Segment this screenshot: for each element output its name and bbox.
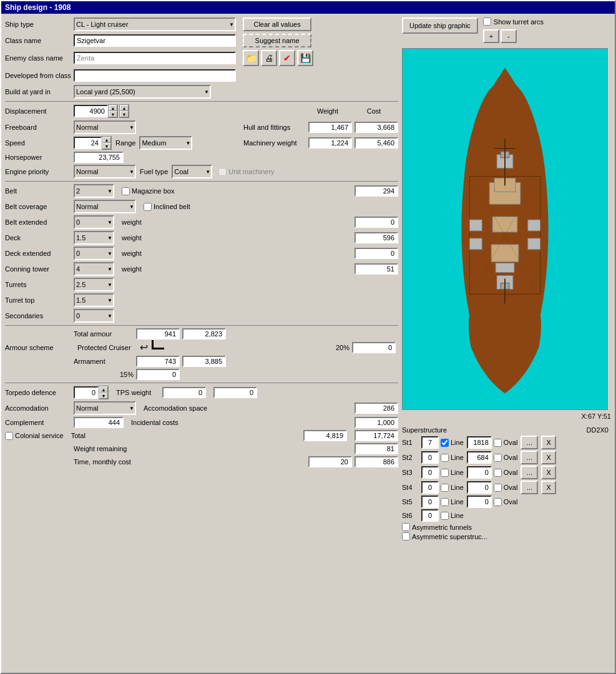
asymmetric-superstructure-checkbox[interactable] — [402, 532, 410, 540]
st4-oval-checkbox[interactable] — [494, 484, 502, 492]
st3-oval-checkbox[interactable] — [494, 469, 502, 477]
deck-label: Deck — [5, 234, 74, 242]
machinery-weight-display: 1,224 — [308, 137, 352, 149]
machinery-weight-label: Machinery weight — [243, 139, 306, 147]
ship-type-select[interactable]: CL - Light cruiser — [74, 17, 236, 31]
svg-rect-12 — [469, 220, 482, 231]
update-ship-button[interactable]: Update ship graphic — [402, 17, 478, 34]
st6-checkbox[interactable] — [441, 512, 449, 520]
svg-rect-13 — [528, 220, 540, 231]
fuel-type-select[interactable]: Coal — [172, 165, 212, 178]
displacement-spinner2[interactable]: ▲ ▼ — [119, 104, 129, 118]
st1-dots-button[interactable]: ... — [521, 436, 538, 449]
turrets-select[interactable]: 2.5 — [74, 278, 114, 291]
inclined-belt-label: Inclined belt — [154, 203, 190, 210]
freeboard-select[interactable]: Normal — [74, 120, 136, 134]
suggest-name-button[interactable]: Suggest name — [243, 34, 311, 47]
st4-checkbox[interactable] — [441, 484, 449, 492]
fuel-type-label: Fuel type — [140, 168, 168, 175]
st5-checkbox[interactable] — [441, 498, 449, 506]
build-yard-select[interactable]: Local yard (25,500) — [74, 85, 211, 99]
displacement-up[interactable]: ▲ — [109, 105, 117, 111]
armament-cost: 3,885 — [182, 356, 226, 367]
secondaries-select[interactable]: 0 — [74, 309, 114, 323]
superstructure-section: Superstructure DD2X0 St1 Line Oval ... X — [402, 426, 611, 542]
st1-input[interactable] — [421, 436, 439, 449]
class-name-row: Class name Suggest name — [5, 34, 398, 47]
incidental-costs-display: 1,000 — [354, 417, 398, 428]
st2-num2[interactable] — [467, 451, 492, 464]
engine-priority-select[interactable]: Normal — [74, 165, 136, 178]
st3-num2[interactable] — [467, 466, 492, 479]
deck-select[interactable]: 1.5 — [74, 231, 114, 245]
st5-num2[interactable] — [467, 496, 492, 508]
speed-spinner[interactable]: ▲ ▼ — [102, 136, 112, 150]
accomodation-space-label: Accomodation space — [144, 404, 212, 412]
turret-top-select[interactable]: 1.5 — [74, 293, 114, 307]
check-icon-button[interactable]: ✔ — [279, 50, 295, 66]
accomodation-select[interactable]: Normal — [74, 401, 136, 415]
clear-all-button[interactable]: Clear all values — [243, 17, 311, 31]
machinery-cost-display: 5,460 — [354, 137, 398, 149]
complement-label: Complement — [5, 419, 74, 426]
st4-num2[interactable] — [467, 481, 492, 494]
tps-weight-display: 0 — [162, 387, 206, 398]
st1-oval-checkbox[interactable] — [494, 439, 502, 447]
enemy-class-input[interactable] — [74, 52, 236, 64]
dev-from-input[interactable] — [74, 69, 236, 82]
displacement-down[interactable]: ▼ — [109, 111, 117, 117]
horsepower-display: 23,755 — [74, 152, 124, 163]
class-name-input[interactable] — [74, 34, 236, 47]
speed-input[interactable] — [74, 137, 102, 149]
time-monthly-label: Time, monthly cost — [74, 458, 142, 466]
total-armour-weight: 941 — [136, 328, 180, 339]
displacement-spinner[interactable]: ▲ ▼ — [108, 104, 118, 118]
displacement-up2[interactable]: ▲ — [120, 105, 129, 111]
range-select[interactable]: Medium — [139, 136, 192, 150]
st3-dots-button[interactable]: ... — [521, 466, 538, 479]
st4-input[interactable] — [421, 481, 439, 494]
plus-button[interactable]: + — [483, 29, 499, 43]
st5-input[interactable] — [421, 496, 439, 508]
torpedo-defence-input[interactable] — [74, 386, 99, 399]
st4-x-button[interactable]: X — [541, 481, 555, 494]
deck-extended-select[interactable]: 0 — [74, 247, 114, 260]
unit-machinery-label: Unit machinery — [228, 168, 274, 175]
st3-x-button[interactable]: X — [541, 466, 555, 479]
print-icon-button[interactable]: 🖨 — [261, 50, 277, 66]
incidental-costs-label: Incidental costs — [131, 419, 200, 426]
st2-oval-checkbox[interactable] — [494, 454, 502, 462]
torpedo-spinner[interactable]: ▲ ▼ — [99, 386, 109, 399]
st6-input[interactable] — [421, 509, 439, 522]
asymmetric-funnels-checkbox[interactable] — [402, 523, 410, 531]
svg-rect-14 — [469, 238, 482, 250]
conning-tower-select[interactable]: 4 — [74, 262, 114, 276]
unit-machinery-checkbox[interactable] — [218, 168, 227, 176]
st5-oval-checkbox[interactable] — [494, 498, 502, 506]
st3-input[interactable] — [421, 466, 439, 479]
curved-arrow-icon: ↩ — [140, 341, 148, 353]
build-yard-row: Build at yard in Local yard (25,500) — [5, 85, 398, 99]
belt-coverage-select[interactable]: Normal — [74, 200, 136, 213]
show-turret-arcs-checkbox[interactable] — [483, 17, 491, 26]
time-display: 20 — [308, 456, 352, 467]
st1-checkbox[interactable] — [441, 439, 449, 447]
displacement-input[interactable] — [74, 105, 108, 117]
st2-dots-button[interactable]: ... — [521, 451, 538, 464]
inclined-belt-checkbox[interactable] — [144, 203, 152, 211]
st3-checkbox[interactable] — [441, 469, 449, 477]
st2-checkbox[interactable] — [441, 454, 449, 462]
minus-button[interactable]: - — [501, 29, 517, 43]
magazine-box-checkbox[interactable] — [122, 187, 130, 195]
belt-select[interactable]: 2 — [74, 184, 114, 198]
colonial-service-checkbox[interactable] — [5, 432, 13, 440]
st1-x-button[interactable]: X — [541, 436, 555, 449]
displacement-down2[interactable]: ▼ — [120, 111, 129, 117]
st2-x-button[interactable]: X — [541, 451, 555, 464]
save-icon-button[interactable]: 💾 — [297, 50, 313, 66]
st2-input[interactable] — [421, 451, 439, 464]
folder-icon-button[interactable]: 📁 — [243, 50, 259, 66]
st1-num2[interactable] — [467, 436, 492, 449]
belt-extended-select[interactable]: 0 — [74, 215, 114, 229]
st4-dots-button[interactable]: ... — [521, 481, 538, 494]
